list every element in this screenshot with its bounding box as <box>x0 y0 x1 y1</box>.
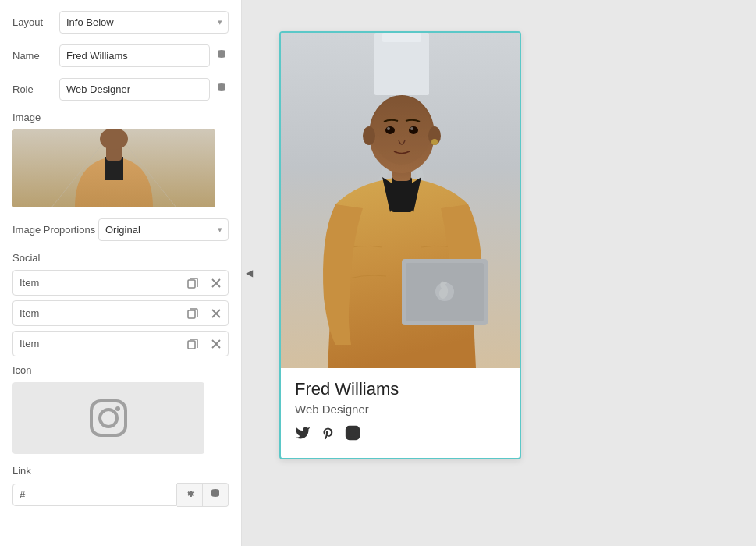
role-row: Role <box>12 78 229 101</box>
image-proportions-label: Image Proportions <box>12 224 98 236</box>
svg-point-35 <box>410 127 413 130</box>
image-proportions-row: Image Proportions Original Square Portra… <box>12 218 229 241</box>
twitter-social-icon[interactable] <box>295 425 311 444</box>
name-db-icon <box>216 49 227 60</box>
svg-point-41 <box>355 428 357 431</box>
svg-point-38 <box>431 139 438 145</box>
svg-point-32 <box>385 126 395 134</box>
card-photo <box>281 33 520 368</box>
social-item-3: Item <box>12 331 229 356</box>
instagram-icon-svg <box>88 398 129 438</box>
social-label: Social <box>12 252 229 264</box>
role-db-button[interactable] <box>215 81 229 98</box>
image-preview[interactable] <box>12 129 215 207</box>
pinterest-social-icon[interactable] <box>320 425 335 444</box>
name-input-wrap <box>59 44 229 67</box>
card-info: Fred Williams Web Designer <box>281 368 520 458</box>
icon-section-label: Icon <box>12 364 229 376</box>
social-item-1-copy-icon <box>187 278 198 289</box>
icon-preview-box[interactable] <box>12 382 204 454</box>
social-item-3-copy-button[interactable] <box>181 332 204 356</box>
social-item-1-close-icon <box>211 278 222 289</box>
svg-rect-25 <box>392 177 412 212</box>
preview-area: Fred Williams Web Designer <box>256 0 756 546</box>
social-item-1-copy-button[interactable] <box>181 271 204 295</box>
card-name: Fred Williams <box>295 379 506 399</box>
collapse-tab[interactable]: ◀ <box>242 0 256 546</box>
social-item-1-delete-button[interactable] <box>204 271 228 295</box>
svg-rect-14 <box>188 341 195 349</box>
svg-rect-11 <box>188 310 195 318</box>
svg-point-40 <box>350 430 356 436</box>
layout-select[interactable]: Info Below Info Right Info Left Info Ove… <box>59 11 229 34</box>
instagram-icon-card <box>345 425 360 441</box>
link-input[interactable] <box>12 484 177 506</box>
social-item-2-close-icon <box>211 308 222 319</box>
link-gear-button[interactable] <box>177 483 203 507</box>
image-preview-svg <box>12 129 215 207</box>
social-item-3-delete-button[interactable] <box>204 332 228 356</box>
svg-rect-24 <box>382 33 421 42</box>
card-photo-svg <box>281 33 520 368</box>
left-panel: Layout Info Below Info Right Info Left I… <box>0 0 242 546</box>
link-gear-icon <box>184 488 195 499</box>
role-label: Role <box>12 83 59 95</box>
image-proportions-wrap: Original Square Portrait Landscape ▾ <box>98 218 229 241</box>
link-label: Link <box>12 465 229 477</box>
svg-point-19 <box>115 406 120 411</box>
layout-input-wrap: Info Below Info Right Info Left Info Ove… <box>59 11 229 34</box>
svg-rect-17 <box>91 401 126 435</box>
card-social-icons <box>295 425 506 444</box>
link-input-row <box>12 483 229 507</box>
name-db-button[interactable] <box>215 48 229 64</box>
social-item-1-text: Item <box>20 271 181 295</box>
link-section: Link <box>12 465 229 507</box>
svg-point-18 <box>100 410 117 427</box>
twitter-icon <box>295 425 311 441</box>
role-input-wrap <box>59 78 229 101</box>
pinterest-icon <box>320 425 335 441</box>
image-proportions-select[interactable]: Original Square Portrait Landscape <box>98 218 229 241</box>
social-item-2-copy-icon <box>187 308 198 319</box>
svg-point-33 <box>409 126 418 134</box>
social-item-3-close-icon <box>211 339 222 349</box>
social-item-1: Item <box>12 270 229 296</box>
image-preview-inner <box>12 129 215 207</box>
name-input[interactable] <box>59 44 210 67</box>
svg-rect-8 <box>188 280 195 288</box>
social-item-2: Item <box>12 300 229 326</box>
social-item-3-copy-icon <box>187 339 198 349</box>
svg-point-34 <box>387 127 390 130</box>
card: Fred Williams Web Designer <box>279 31 521 459</box>
layout-row: Layout Info Below Info Right Info Left I… <box>12 11 229 34</box>
name-row: Name <box>12 44 229 67</box>
social-item-2-copy-button[interactable] <box>181 302 204 325</box>
role-input[interactable] <box>59 78 210 101</box>
role-db-icon <box>216 83 227 94</box>
svg-point-31 <box>372 96 431 165</box>
layout-label: Layout <box>12 16 59 28</box>
image-label: Image <box>12 112 229 123</box>
name-label: Name <box>12 50 59 62</box>
icon-section: Icon <box>12 364 229 454</box>
instagram-social-icon[interactable] <box>345 425 360 444</box>
social-item-3-text: Item <box>20 332 181 356</box>
social-section: Social Item Item <box>12 252 229 356</box>
collapse-arrow-icon: ◀ <box>246 268 253 278</box>
social-item-2-text: Item <box>20 301 181 325</box>
social-item-2-delete-button[interactable] <box>204 302 228 325</box>
card-role: Web Designer <box>295 402 506 416</box>
link-db-button[interactable] <box>203 483 229 507</box>
link-db-icon <box>210 488 221 499</box>
svg-point-36 <box>363 126 375 145</box>
